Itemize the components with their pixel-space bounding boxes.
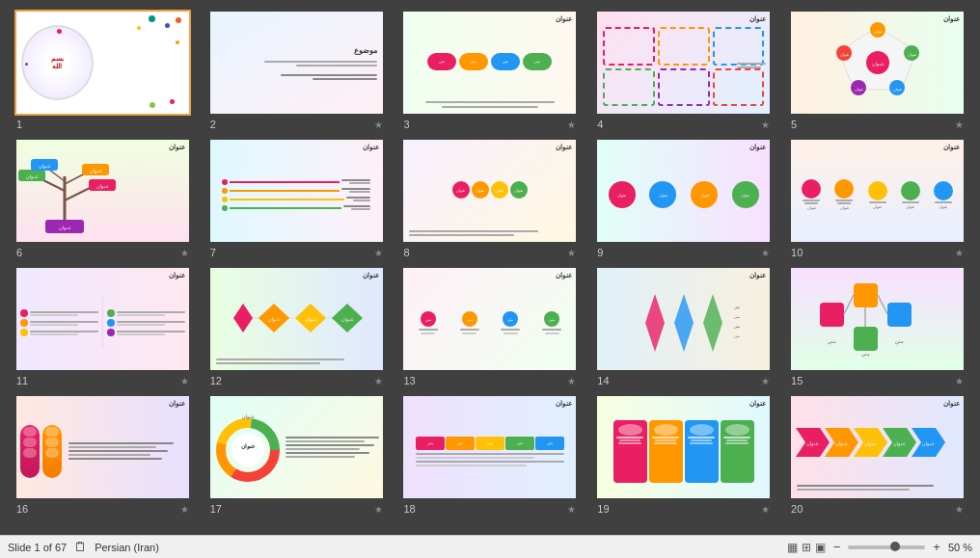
slide-item-16[interactable]: عنوان: [10, 394, 196, 515]
slide-item-1[interactable]: بسمالله: [10, 10, 196, 130]
view-icons: ▦ ⊞ ▣: [787, 541, 826, 554]
svg-text:عنوان: عنوان: [38, 163, 50, 170]
svg-text:عنوان: عنوان: [834, 440, 847, 447]
slide-star-15: ★: [955, 376, 964, 386]
slide-item-11[interactable]: عنوان: [10, 266, 196, 386]
slide-item-20[interactable]: عنوان عنوان عنوان عنوان: [784, 394, 970, 515]
slide-item-18[interactable]: عنوان متن متن متن متن متن: [397, 394, 584, 515]
svg-text:عنوان: عنوان: [921, 440, 934, 447]
svg-text:عنوان: عنوان: [340, 316, 353, 323]
svg-text:متن: متن: [734, 333, 740, 338]
svg-text:عنوان: عنوان: [95, 183, 108, 190]
slide-number-2: 2: [210, 119, 216, 130]
slide-star-16: ★: [180, 504, 189, 515]
slide-star-13: ★: [567, 376, 576, 386]
slide-star-9: ★: [761, 248, 770, 258]
language-indicator: Persian (Iran): [95, 542, 159, 553]
slide-number-13: 13: [403, 375, 415, 386]
slide-star-2: ★: [374, 120, 383, 130]
svg-text:متن: متن: [734, 324, 740, 329]
slide-number-1: 1: [16, 119, 22, 130]
slide-star-7: ★: [374, 248, 383, 258]
slide-item-5[interactable]: عنوان عنوان عنوان عنوان عنوا: [784, 10, 970, 130]
slide-number-3: 3: [403, 119, 409, 130]
slide-number-19: 19: [597, 503, 609, 515]
svg-text:عنوان: عنوان: [863, 440, 876, 447]
slide-star-10: ★: [955, 248, 964, 258]
slide-number-5: 5: [791, 119, 797, 130]
slide-star-14: ★: [761, 376, 770, 386]
slide-number-11: 11: [16, 375, 28, 386]
svg-text:متن: متن: [827, 338, 835, 345]
notes-icon[interactable]: 🗒: [74, 540, 87, 554]
svg-text:عنوان: عنوان: [805, 440, 818, 447]
status-left: Slide 1 of 67 🗒 Persian (Iran): [8, 540, 159, 554]
slide-star-19: ★: [761, 504, 770, 515]
svg-rect-45: [820, 303, 844, 327]
svg-text:عنوان: عنوان: [854, 87, 862, 92]
slide-number-14: 14: [597, 375, 609, 386]
svg-text:عنوان: عنوان: [907, 52, 915, 57]
slide-info: Slide 1 of 67: [8, 542, 67, 553]
slide-item-4[interactable]: عنوان: [590, 10, 776, 130]
slide-item-9[interactable]: عنوان عنوان عنوان عنوان عنوان 9 ★: [590, 138, 776, 258]
zoom-slider[interactable]: [848, 545, 925, 549]
reading-view-icon[interactable]: ▣: [815, 541, 826, 554]
slide-item-3[interactable]: عنوان متن متن متن متن: [397, 10, 584, 130]
svg-text:متن: متن: [894, 338, 903, 345]
slide-item-6[interactable]: عنوان عنوان: [10, 138, 196, 258]
svg-marker-28: [233, 304, 253, 332]
slide-number-9: 9: [597, 247, 603, 258]
svg-text:عنوان: عنوان: [871, 61, 884, 67]
normal-view-icon[interactable]: ▦: [787, 541, 798, 554]
svg-rect-48: [854, 327, 878, 351]
slide-item-10[interactable]: عنوان عنوان: [784, 138, 970, 258]
slide-number-15: 15: [791, 375, 803, 386]
slide-item-17[interactable]: عنوان عنوان 17: [204, 394, 390, 515]
slide-number-17: 17: [210, 503, 222, 515]
status-right: ▦ ⊞ ▣ − + 50 %: [787, 540, 972, 554]
zoom-minus-button[interactable]: −: [831, 540, 843, 554]
slide-number-18: 18: [403, 503, 415, 515]
slide-item-8[interactable]: عنوان عنوان عنوان عنوان: [397, 138, 584, 258]
svg-rect-47: [887, 303, 912, 327]
slide-star-6: ★: [180, 248, 189, 258]
slide-number-12: 12: [210, 375, 222, 386]
svg-text:عنوان: عنوان: [839, 52, 848, 57]
slide-number-20: 20: [791, 503, 803, 515]
slide-number-7: 7: [210, 247, 216, 258]
status-bar: Slide 1 of 67 🗒 Persian (Iran) ▦ ⊞ ▣ − +…: [0, 535, 980, 558]
slide-item-19[interactable]: عنوان: [590, 394, 776, 515]
svg-text:عنوان: عنوان: [892, 87, 901, 92]
slide-star-17: ★: [374, 504, 383, 515]
svg-marker-40: [703, 294, 722, 352]
svg-text:متن: متن: [860, 351, 869, 358]
slide-grid-container[interactable]: بسمالله: [0, 0, 980, 535]
slide-number-16: 16: [16, 503, 28, 515]
slide-item-7[interactable]: عنوان: [204, 138, 390, 258]
zoom-slider-thumb[interactable]: [890, 542, 900, 551]
svg-text:عنوان: عنوان: [892, 440, 905, 447]
slide-item-12[interactable]: عنوان عنوان عنوان: [204, 266, 390, 386]
svg-marker-38: [645, 294, 665, 352]
slide-star-8: ★: [567, 248, 576, 258]
zoom-level: 50 %: [948, 542, 972, 553]
slide-item-14[interactable]: عنوان متن متن متن متن: [590, 266, 776, 386]
slide-star-20: ★: [955, 504, 964, 515]
svg-text:عنوان: عنوان: [89, 168, 101, 174]
svg-text:عنوان: عنوان: [304, 316, 316, 323]
zoom-plus-button[interactable]: +: [931, 540, 942, 554]
slide-number-6: 6: [16, 247, 22, 258]
slide-grid: بسمالله: [10, 10, 970, 515]
slide-item-15[interactable]: متن متن متن 15 ★: [784, 266, 970, 386]
svg-text:عنوان: عنوان: [267, 316, 280, 323]
svg-text:متن: متن: [734, 314, 740, 319]
slide-number-8: 8: [403, 247, 409, 258]
svg-text:عنوان: عنوان: [240, 443, 255, 450]
slide-star-11: ★: [180, 376, 189, 386]
slide-item-13[interactable]: عنوان متن متن: [397, 266, 584, 386]
slide-item-2[interactable]: موضوع 2 ★: [204, 10, 390, 130]
svg-text:عنوان: عنوان: [873, 29, 882, 34]
svg-text:عنوان: عنوان: [25, 173, 38, 180]
slide-sorter-icon[interactable]: ⊞: [802, 541, 811, 554]
